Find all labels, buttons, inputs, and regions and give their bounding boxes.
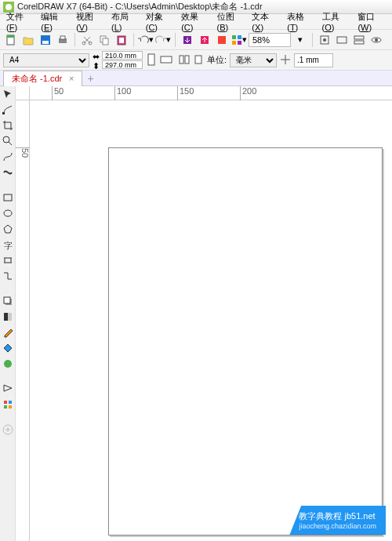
rectangle-tool-icon[interactable] [2, 191, 14, 204]
paste-button[interactable] [114, 32, 129, 48]
connector-tool-icon[interactable] [2, 270, 14, 282]
separator [312, 33, 313, 47]
tab-label: 未命名 -1.cdr [12, 74, 62, 83]
crop-tool-icon[interactable] [2, 119, 14, 132]
menubar: 文件(F) 编辑(E) 视图(V) 布局(L) 对象(C) 效果(C) 位图(B… [0, 14, 392, 30]
page-size-select[interactable]: A4 [3, 53, 89, 67]
svg-rect-16 [218, 36, 226, 44]
svg-rect-15 [201, 36, 209, 44]
fill-flyout-icon[interactable] [2, 398, 14, 411]
polygon-tool-icon[interactable] [2, 223, 14, 235]
close-icon[interactable]: × [69, 74, 74, 83]
menu-edit[interactable]: 编辑(E) [36, 9, 71, 34]
tab-active[interactable]: 未命名 -1.cdr × [3, 71, 82, 86]
menu-window[interactable]: 窗口(W) [353, 9, 390, 34]
menu-layout[interactable]: 布局(L) [107, 9, 141, 34]
menu-file[interactable]: 文件(F) [2, 9, 36, 34]
outline-tool-icon[interactable] [2, 383, 14, 395]
watermark-line1: 教字典教程 jb51.net [299, 510, 376, 522]
cut-button[interactable] [79, 32, 95, 48]
print-button[interactable] [55, 32, 71, 48]
svg-rect-24 [354, 36, 364, 39]
dropshadow-tool-icon[interactable] [2, 295, 14, 307]
zoom-dropdown[interactable]: ▾ [292, 32, 308, 48]
quick-customize-button[interactable] [2, 423, 14, 436]
svg-rect-46 [9, 405, 12, 408]
menu-view[interactable]: 视图(V) [71, 9, 107, 34]
svg-rect-13 [119, 38, 124, 43]
shape-tool-icon[interactable] [2, 103, 14, 116]
page[interactable] [108, 147, 383, 536]
svg-rect-41 [8, 313, 12, 321]
svg-text:字: 字 [4, 241, 13, 250]
ruler-tick: 150 [177, 86, 194, 100]
preview-button[interactable] [368, 32, 384, 48]
toolbox: 字 [0, 86, 16, 541]
svg-rect-20 [238, 41, 241, 45]
publish-pdf-button[interactable] [214, 32, 230, 48]
new-button[interactable] [3, 32, 19, 48]
interactive-fill-tool-icon[interactable] [2, 342, 14, 354]
save-button[interactable] [38, 32, 53, 48]
eyedropper-tool-icon[interactable] [2, 326, 14, 339]
menu-text[interactable]: 文本(X) [247, 9, 282, 34]
nudge-input[interactable] [294, 53, 333, 67]
zoom-tool-icon[interactable] [2, 135, 14, 147]
svg-rect-10 [100, 36, 106, 42]
ruler-tick: 50 [52, 86, 64, 100]
copy-button[interactable] [96, 32, 112, 48]
ruler-origin[interactable] [16, 86, 30, 100]
separator [133, 33, 134, 47]
portrait-button[interactable] [146, 53, 157, 67]
svg-rect-5 [42, 41, 49, 44]
open-button[interactable] [20, 32, 36, 48]
snap-button[interactable] [317, 32, 332, 48]
export-button[interactable] [197, 32, 212, 48]
svg-rect-21 [321, 36, 328, 44]
menu-object[interactable]: 对象(C) [141, 9, 176, 34]
svg-point-27 [375, 38, 378, 42]
smart-fill-tool-icon[interactable] [2, 358, 14, 370]
svg-point-42 [4, 360, 12, 368]
undo-button[interactable]: ▾ [138, 32, 154, 48]
svg-rect-2 [7, 35, 14, 45]
canvas-area[interactable]: 50 100 150 200 50 教字典教程 jb51.net jiaoche… [16, 86, 392, 541]
pick-tool-icon[interactable] [2, 88, 14, 100]
freehand-tool-icon[interactable] [2, 151, 14, 163]
watermark-line2: jiaocheng.chazidian.com [299, 522, 376, 530]
import-button[interactable] [180, 32, 195, 48]
svg-point-34 [3, 136, 9, 143]
current-page-button[interactable] [193, 54, 204, 67]
ellipse-tool-icon[interactable] [2, 207, 14, 220]
menu-bitmap[interactable]: 位图(B) [212, 9, 248, 34]
vertical-ruler[interactable]: 50 [16, 100, 30, 541]
menu-tools[interactable]: 工具(O) [318, 9, 354, 34]
height-icon: ⬍ [93, 61, 100, 69]
units-select[interactable]: 毫米 [230, 53, 277, 67]
options2-button[interactable] [351, 32, 367, 48]
artistic-media-tool-icon[interactable] [2, 166, 14, 179]
text-tool-icon[interactable]: 字 [2, 238, 14, 251]
svg-rect-31 [185, 56, 189, 64]
workspace: 字 50 100 150 200 50 教字典教程 jb51.net j [0, 86, 392, 541]
svg-rect-3 [7, 35, 14, 38]
new-tab-button[interactable]: + [87, 72, 93, 85]
horizontal-ruler[interactable]: 50 100 150 200 [30, 86, 392, 100]
page-width-input[interactable] [102, 51, 143, 60]
transparency-tool-icon[interactable] [2, 310, 14, 323]
landscape-button[interactable] [160, 54, 172, 67]
page-height-input[interactable] [102, 60, 143, 69]
all-pages-button[interactable] [179, 54, 190, 67]
svg-rect-25 [354, 41, 364, 44]
svg-rect-6 [59, 38, 67, 43]
redo-button[interactable]: ▾ [155, 32, 171, 48]
parallel-dim-tool-icon[interactable] [2, 254, 14, 267]
app-launcher-button[interactable]: ▾ [231, 32, 247, 48]
options-button[interactable] [334, 32, 350, 48]
drawing-surface[interactable] [30, 100, 392, 541]
svg-rect-30 [180, 56, 183, 64]
zoom-level-input[interactable] [249, 33, 291, 47]
menu-table[interactable]: 表格(T) [282, 9, 317, 34]
svg-rect-17 [232, 35, 236, 39]
menu-effects[interactable]: 效果(C) [176, 9, 212, 34]
